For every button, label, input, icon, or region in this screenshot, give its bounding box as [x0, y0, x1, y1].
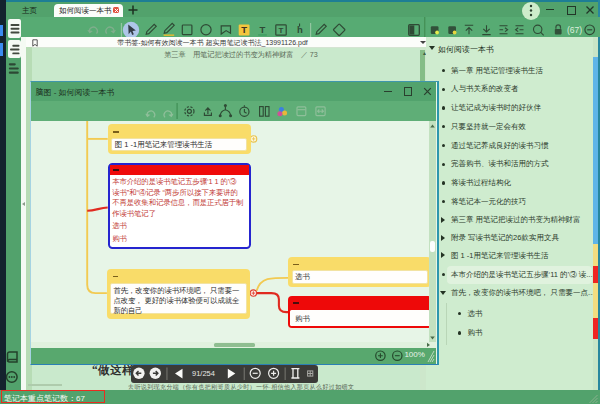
svg-text:T: T [260, 24, 266, 35]
svg-text:T: T [279, 26, 284, 35]
svg-text:91/254: 91/254 [192, 370, 215, 379]
svg-text:T: T [241, 24, 247, 35]
svg-text:(67): (67) [567, 25, 582, 35]
